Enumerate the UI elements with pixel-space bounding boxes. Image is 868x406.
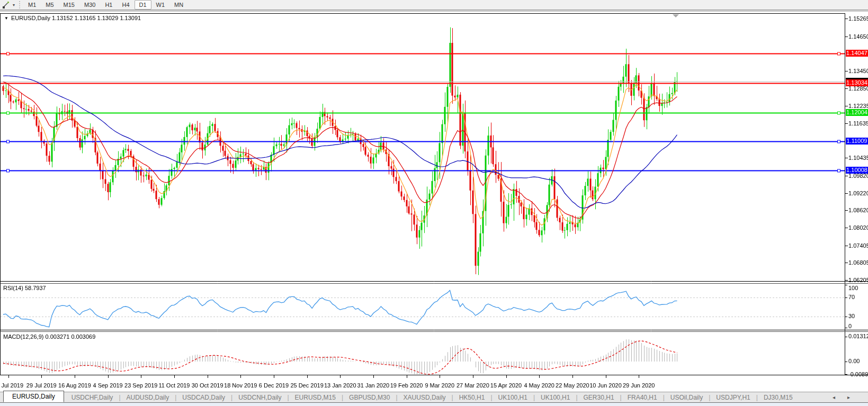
timeframe-button-m15[interactable]: M15 xyxy=(59,0,79,10)
price-tick-label: 1.09820 xyxy=(848,173,868,179)
timeframe-button-group: M1M5M15M30H1H4D1W1MN xyxy=(23,0,188,10)
collapse-chart-icon[interactable]: ▼ xyxy=(4,16,8,21)
timeframe-button-m30[interactable]: M30 xyxy=(79,0,100,10)
price-tick-label: 1.09220 xyxy=(848,190,868,196)
date-tick-label: 27 Mar 2020 xyxy=(457,382,489,389)
price-tick-label: 1.08620 xyxy=(848,207,868,213)
chart-tab-eurusd-daily[interactable]: EURUSD,Daily xyxy=(3,391,64,402)
price-tick-label: 1.06805 xyxy=(848,259,868,266)
chart-tab-uk100-h1[interactable]: UK100,H1 xyxy=(493,393,533,402)
macd-level-label: 0.013121 xyxy=(848,333,868,339)
chart-ohlc-header: ▼EURUSD,Daily 1.13152 1.13165 1.13029 1.… xyxy=(4,15,141,21)
date-tick-label: 6 Dec 2019 xyxy=(259,382,289,389)
timeframe-button-h4[interactable]: H4 xyxy=(117,0,134,10)
date-tick-label: 18 Nov 2019 xyxy=(224,382,257,389)
price-tick-label: 1.12235 xyxy=(848,103,868,109)
date-tick-label: 11 Oct 2019 xyxy=(158,382,190,389)
date-tick-label: 29 Jul 2019 xyxy=(26,382,57,389)
price-tick-label: 1.07405 xyxy=(848,242,868,249)
status-strip xyxy=(0,403,868,406)
date-tick-label: 30 Oct 2019 xyxy=(192,382,223,389)
date-tick-label: 25 Dec 2019 xyxy=(290,382,323,389)
rsi-indicator-label: RSI(14) 58.7937 xyxy=(3,285,46,291)
chart-tab-gbpusd-m30[interactable]: GBPUSD,M30 xyxy=(344,393,395,402)
price-line-badge: 1.12004 xyxy=(846,109,868,116)
rsi-level-label: 100 xyxy=(848,285,858,291)
date-tick-label: 22 May 2020 xyxy=(556,382,589,389)
timeframe-button-mn[interactable]: MN xyxy=(169,0,188,10)
price-tick-label: 1.15265 xyxy=(848,15,868,22)
tab-scroll-left-icon[interactable]: ◂ xyxy=(833,394,835,401)
chart-tab-hk50-h1[interactable]: HK50,H1 xyxy=(454,393,490,402)
chart-tab-usdcnh-daily[interactable]: USDCNH,Daily xyxy=(233,393,287,402)
timeframe-button-d1[interactable]: D1 xyxy=(135,0,151,10)
price-tick-label: 1.14650 xyxy=(848,33,868,40)
price-line-badge: 1.10008 xyxy=(846,167,868,174)
price-tick-label: 1.11635 xyxy=(848,120,868,127)
chart-tab-usdcad-daily[interactable]: USDCAD,Daily xyxy=(177,393,230,402)
macd-level-label: -0.008933 xyxy=(848,371,868,377)
date-tick-label: 15 Apr 2020 xyxy=(490,382,522,389)
top-toolbar: ▾ M1M5M15M30H1H4D1W1MN xyxy=(0,0,868,10)
chart-tab-usdjpy-h1[interactable]: USDJPY,H1 xyxy=(711,393,755,402)
chart-tab-uk100-h1[interactable]: UK100,H1 xyxy=(535,393,575,402)
timeframe-button-m1[interactable]: M1 xyxy=(23,0,41,10)
chart-ohlc-text: EURUSD,Daily 1.13152 1.13165 1.13029 1.1… xyxy=(11,15,141,21)
price-tick-label: 1.06205 xyxy=(848,277,868,283)
price-tick-label: 1.13450 xyxy=(848,68,868,74)
date-tick-label: 10 Jul 2019 xyxy=(0,382,23,389)
line-studies-icon xyxy=(2,1,10,8)
date-tick-label: 23 Sep 2019 xyxy=(124,382,157,389)
date-tick-label: 10 Jun 2020 xyxy=(589,382,622,389)
date-tick-label: 4 May 2020 xyxy=(524,382,554,389)
price-line-badge: 1.13034 xyxy=(846,79,868,86)
date-tick-label: 19 Feb 2020 xyxy=(390,382,423,389)
chart-tab-xauusd-daily[interactable]: XAUUSD,Daily xyxy=(398,393,451,402)
trading-terminal-window: { "toolbar": { "line_tool_icon": "line-s… xyxy=(0,0,868,406)
toolbar-grip xyxy=(19,1,20,8)
price-line-badge: 1.11009 xyxy=(846,138,868,145)
price-line-badge: 1.14047 xyxy=(846,50,868,57)
chart-tab-ger30-h1[interactable]: GER30,H1 xyxy=(578,393,620,402)
chart-tab-eurusd-m15[interactable]: EURUSD,M15 xyxy=(290,393,341,402)
line-tools-button[interactable]: ▾ xyxy=(0,1,17,8)
line-tools-dropdown-icon[interactable]: ▾ xyxy=(13,3,15,7)
tab-scroll-right-icon[interactable]: ▸ xyxy=(847,394,850,401)
date-tick-label: 29 Jun 2020 xyxy=(623,382,655,389)
chart-tab-dj30-m15[interactable]: DJ30,M15 xyxy=(758,393,798,402)
price-tick-label: 1.10435 xyxy=(848,155,868,161)
date-tick-label: 16 Aug 2019 xyxy=(58,382,91,389)
timeframe-button-m5[interactable]: M5 xyxy=(41,0,58,10)
date-tick-label: 4 Sep 2019 xyxy=(93,382,122,389)
timeframe-button-h1[interactable]: H1 xyxy=(100,0,117,10)
timeframe-button-w1[interactable]: W1 xyxy=(151,0,170,10)
rsi-level-label: 30 xyxy=(848,313,855,319)
rsi-level-label: 0 xyxy=(848,323,852,329)
date-tick-label: 13 Jan 2020 xyxy=(324,382,356,389)
chart-tab-audusd-daily[interactable]: AUDUSD,Daily xyxy=(121,393,175,402)
macd-indicator-label: MACD(12,26,9) 0.003271 0.003069 xyxy=(3,333,95,340)
date-tick-label: 9 Mar 2020 xyxy=(425,382,454,389)
date-tick-label: 31 Jan 2020 xyxy=(357,382,390,389)
chart-canvas[interactable] xyxy=(0,0,868,406)
chart-tab-bar: ◂ ▸ EURUSD,DailyUSDCHF,Daily|AUDUSD,Dail… xyxy=(0,392,868,403)
chart-tab-usdchf-daily[interactable]: USDCHF,Daily xyxy=(66,393,119,402)
chart-tab-fra40-h1[interactable]: FRA40,H1 xyxy=(622,393,663,402)
rsi-level-label: 70 xyxy=(848,294,855,300)
window-divider-band xyxy=(0,10,868,12)
macd-level-label: 0.00 xyxy=(848,358,860,364)
price-tick-label: 1.08020 xyxy=(848,224,868,231)
chart-tab-usoil-daily[interactable]: USOil,Daily xyxy=(665,393,708,402)
